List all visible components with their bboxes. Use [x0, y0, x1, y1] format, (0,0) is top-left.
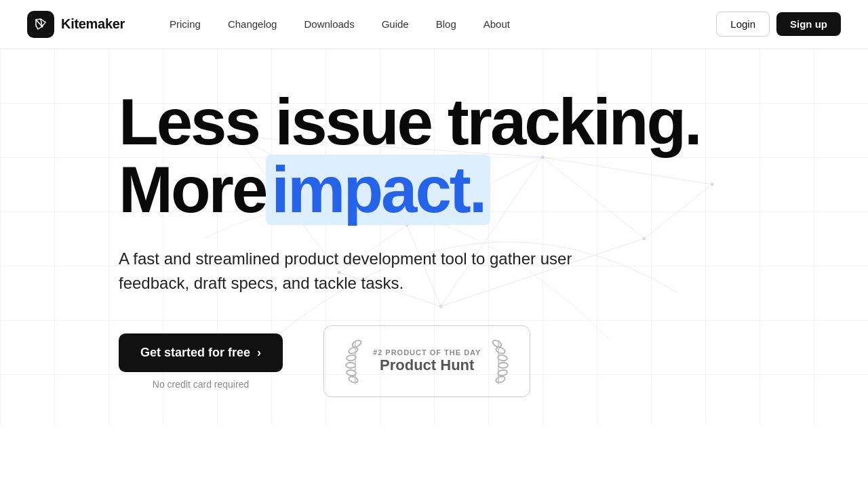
nav-item-guide[interactable]: Guide [370, 13, 421, 35]
svg-point-29 [498, 354, 508, 361]
svg-point-20 [351, 339, 362, 348]
nav-item-pricing[interactable]: Pricing [157, 13, 213, 35]
svg-point-28 [495, 346, 506, 354]
svg-point-32 [495, 375, 506, 384]
svg-point-23 [346, 363, 355, 368]
nav-links: Pricing Changelog Downloads Guide Blog A… [157, 13, 716, 35]
logo-icon [27, 11, 54, 38]
laurel-right-icon [486, 337, 511, 386]
logo-link[interactable]: Kitemaker [27, 11, 125, 38]
cta-label: Get started for free [140, 346, 250, 360]
svg-point-27 [492, 339, 502, 348]
svg-point-0 [41, 25, 43, 27]
ph-badge-inner: #2 PRODUCT OF THE DAY Product Hunt [323, 325, 530, 397]
ph-rank: #2 PRODUCT OF THE DAY [373, 348, 481, 357]
login-button[interactable]: Login [716, 12, 770, 37]
laurel-left-icon [343, 337, 368, 386]
headline-impact-word: impact. [266, 155, 490, 225]
product-hunt-badge: #2 PRODUCT OF THE DAY Product Hunt [323, 325, 530, 397]
hero-content: Less issue tracking. More impact. A fast… [119, 89, 841, 397]
signup-button[interactable]: Sign up [776, 12, 841, 36]
hero-description: A fast and streamlined product developme… [119, 247, 593, 296]
nav-item-blog[interactable]: Blog [424, 13, 469, 35]
nav-item-changelog[interactable]: Changelog [216, 13, 290, 35]
svg-point-21 [348, 346, 359, 354]
svg-point-31 [498, 369, 508, 376]
headline-line1: Less issue tracking. [119, 89, 841, 155]
svg-point-30 [498, 363, 508, 368]
logo-text: Kitemaker [61, 16, 125, 32]
nav-actions: Login Sign up [716, 12, 841, 37]
hero-cta-area: Get started for free › No credit card re… [119, 325, 841, 397]
headline-line2-prefix: More [119, 157, 266, 222]
cta-subtext: No credit card required [119, 379, 283, 390]
nav-item-downloads[interactable]: Downloads [292, 13, 366, 35]
hero-headline: Less issue tracking. More impact. [119, 89, 841, 225]
ph-text: #2 PRODUCT OF THE DAY Product Hunt [373, 348, 481, 374]
nav-item-about[interactable]: About [471, 13, 522, 35]
svg-point-25 [348, 375, 359, 384]
get-started-button[interactable]: Get started for free › [119, 333, 283, 372]
cta-group: Get started for free › No credit card re… [119, 333, 283, 390]
cta-arrow-icon: › [257, 346, 261, 360]
headline-line2: More impact. [119, 155, 841, 225]
hero-section: Less issue tracking. More impact. A fast… [0, 49, 868, 424]
navbar: Kitemaker Pricing Changelog Downloads Gu… [0, 0, 868, 49]
ph-name: Product Hunt [380, 357, 474, 374]
